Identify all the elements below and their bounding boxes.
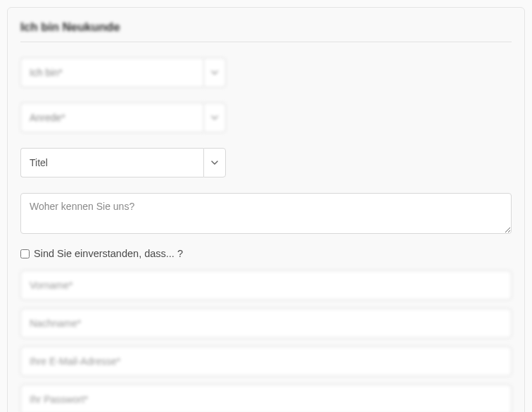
salutation-select[interactable]: Anrede* [20,103,226,132]
title-select[interactable]: Titel [20,148,226,177]
consent-checkbox[interactable] [20,249,30,258]
divider [20,42,512,42]
consent-row: Sind Sie einverstanden, dass... ? [20,248,512,259]
customer-type-select[interactable]: Ich bin* [20,58,226,87]
password-input[interactable] [20,385,512,412]
chevron-down-icon [211,69,218,76]
firstname-input[interactable] [20,270,512,300]
title-toggle[interactable] [203,148,226,177]
how-known-textarea[interactable] [20,193,512,234]
form-heading: Ich bin Neukunde [20,20,512,35]
chevron-down-icon [211,159,218,166]
title-display[interactable]: Titel [20,148,203,177]
email-input[interactable] [20,347,512,376]
customer-type-toggle[interactable] [203,58,226,87]
consent-label: Sind Sie einverstanden, dass... ? [34,248,183,259]
salutation-display[interactable]: Anrede* [20,103,203,132]
customer-type-display[interactable]: Ich bin* [20,58,203,87]
lastname-input[interactable] [20,308,512,338]
salutation-toggle[interactable] [203,103,226,132]
chevron-down-icon [211,114,218,121]
new-customer-form: Ich bin Neukunde Ich bin* Anrede* Titel … [7,7,525,412]
